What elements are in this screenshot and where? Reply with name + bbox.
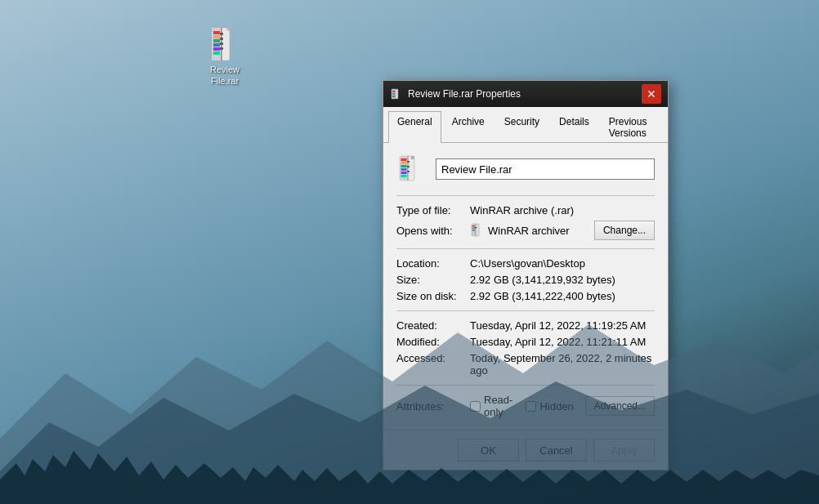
modified-row: Modified: Tuesday, April 12, 2022, 11:21… bbox=[396, 336, 655, 348]
svg-rect-10 bbox=[220, 38, 223, 40]
svg-marker-33 bbox=[411, 156, 414, 159]
tabs-bar: General Archive Security Details Previou… bbox=[383, 107, 668, 143]
separator-4 bbox=[396, 385, 655, 386]
svg-rect-4 bbox=[213, 39, 220, 42]
svg-rect-12 bbox=[220, 47, 223, 50]
file-name-row bbox=[396, 154, 655, 184]
title-bar-icon bbox=[390, 87, 403, 100]
readonly-checkbox-item[interactable]: Read-only bbox=[470, 394, 514, 418]
separator-3 bbox=[396, 310, 655, 311]
svg-rect-17 bbox=[392, 91, 395, 92]
dialog-title: Review File.rar Properties bbox=[408, 88, 642, 100]
winrar-icon bbox=[205, 25, 244, 64]
opens-label: Opens with: bbox=[396, 225, 470, 237]
svg-rect-2 bbox=[213, 31, 220, 34]
svg-rect-3 bbox=[213, 35, 220, 38]
attributes-content: Read-only Hidden Advanced... bbox=[470, 394, 655, 418]
ok-button[interactable]: OK bbox=[458, 439, 519, 462]
svg-rect-31 bbox=[407, 166, 410, 167]
svg-rect-28 bbox=[401, 175, 407, 177]
svg-rect-27 bbox=[401, 172, 407, 174]
desktop-icon-label: Review File.rar bbox=[196, 64, 253, 87]
svg-rect-7 bbox=[213, 51, 220, 55]
svg-rect-26 bbox=[401, 168, 407, 171]
hidden-checkbox[interactable] bbox=[526, 401, 536, 412]
svg-rect-30 bbox=[407, 161, 410, 163]
svg-rect-32 bbox=[407, 171, 410, 172]
opens-with-content: WinRAR archiver Change... bbox=[470, 221, 655, 240]
accessed-value: Today, September 26, 2022, 2 minutes ago bbox=[470, 352, 655, 377]
opens-with-app: WinRAR archiver bbox=[470, 223, 589, 238]
change-button[interactable]: Change... bbox=[594, 221, 655, 240]
close-button[interactable]: ✕ bbox=[642, 84, 661, 104]
size-value: 2.92 GB (3,141,219,932 bytes) bbox=[470, 274, 655, 286]
svg-rect-38 bbox=[472, 230, 476, 231]
accessed-row: Accessed: Today, September 26, 2022, 2 m… bbox=[396, 352, 655, 377]
file-icon-large bbox=[396, 154, 426, 184]
svg-rect-36 bbox=[472, 225, 476, 227]
created-row: Created: Tuesday, April 12, 2022, 11:19:… bbox=[396, 319, 655, 332]
tab-content-general: Type of file: WinRAR archive (.rar) Open… bbox=[383, 143, 668, 430]
attributes-row: Attributes: Read-only Hidden Advanced... bbox=[396, 394, 655, 418]
svg-rect-40 bbox=[475, 227, 477, 229]
readonly-label: Read-only bbox=[484, 394, 514, 418]
svg-rect-9 bbox=[220, 33, 223, 35]
type-label: Type of file: bbox=[396, 204, 470, 216]
svg-rect-24 bbox=[401, 162, 407, 164]
separator-1 bbox=[396, 195, 655, 196]
advanced-button[interactable]: Advanced... bbox=[585, 396, 655, 416]
modified-label: Modified: bbox=[396, 336, 470, 348]
svg-rect-18 bbox=[392, 93, 395, 95]
location-row: Location: C:\Users\govan\Desktop bbox=[396, 257, 655, 270]
opens-with-row: Opens with: WinRAR archiver bbox=[396, 221, 655, 240]
tab-archive[interactable]: Archive bbox=[443, 111, 494, 143]
size-label: Size: bbox=[396, 274, 470, 286]
location-value: C:\Users\govan\Desktop bbox=[470, 257, 655, 270]
svg-rect-11 bbox=[220, 42, 223, 45]
created-label: Created: bbox=[396, 319, 470, 332]
svg-rect-6 bbox=[213, 47, 220, 51]
readonly-checkbox[interactable] bbox=[470, 401, 481, 412]
modified-value: Tuesday, April 12, 2022, 11:21:11 AM bbox=[470, 336, 655, 348]
cancel-button[interactable]: Cancel bbox=[526, 439, 587, 462]
desktop-icon-review-file[interactable]: Review File.rar bbox=[196, 25, 253, 87]
winrar-app-icon bbox=[470, 223, 485, 238]
location-label: Location: bbox=[396, 257, 470, 270]
size-row: Size: 2.92 GB (3,141,219,932 bytes) bbox=[396, 274, 655, 286]
size-disk-value: 2.92 GB (3,141,222,400 bytes) bbox=[470, 290, 655, 302]
properties-dialog: Review File.rar Properties ✕ General Arc… bbox=[383, 80, 669, 471]
attributes-label: Attributes: bbox=[396, 400, 470, 413]
tab-previous-versions[interactable]: Previous Versions bbox=[600, 111, 663, 143]
tab-general[interactable]: General bbox=[388, 111, 441, 143]
svg-rect-19 bbox=[392, 96, 395, 97]
svg-rect-5 bbox=[213, 43, 220, 47]
size-disk-label: Size on disk: bbox=[396, 290, 470, 302]
svg-rect-23 bbox=[401, 158, 407, 161]
hidden-label: Hidden bbox=[539, 400, 573, 413]
desktop: Review File.rar Review File.rar Properti… bbox=[0, 0, 819, 504]
bottom-bar: OK Cancel Apply bbox=[383, 430, 668, 470]
svg-rect-25 bbox=[401, 165, 407, 167]
separator-2 bbox=[396, 248, 655, 249]
file-name-input[interactable] bbox=[436, 158, 655, 180]
opens-with-app-name: WinRAR archiver bbox=[488, 225, 570, 237]
accessed-label: Accessed: bbox=[396, 352, 470, 364]
title-bar: Review File.rar Properties ✕ bbox=[383, 81, 668, 107]
created-value: Tuesday, April 12, 2022, 11:19:25 AM bbox=[470, 319, 655, 332]
tab-details[interactable]: Details bbox=[550, 111, 598, 143]
svg-rect-37 bbox=[472, 228, 476, 230]
tab-security[interactable]: Security bbox=[495, 111, 548, 143]
hidden-checkbox-item[interactable]: Hidden bbox=[526, 400, 573, 413]
apply-button[interactable]: Apply bbox=[593, 439, 655, 462]
size-disk-row: Size on disk: 2.92 GB (3,141,222,400 byt… bbox=[396, 290, 655, 302]
type-value: WinRAR archive (.rar) bbox=[470, 204, 655, 216]
type-row: Type of file: WinRAR archive (.rar) bbox=[396, 204, 655, 216]
